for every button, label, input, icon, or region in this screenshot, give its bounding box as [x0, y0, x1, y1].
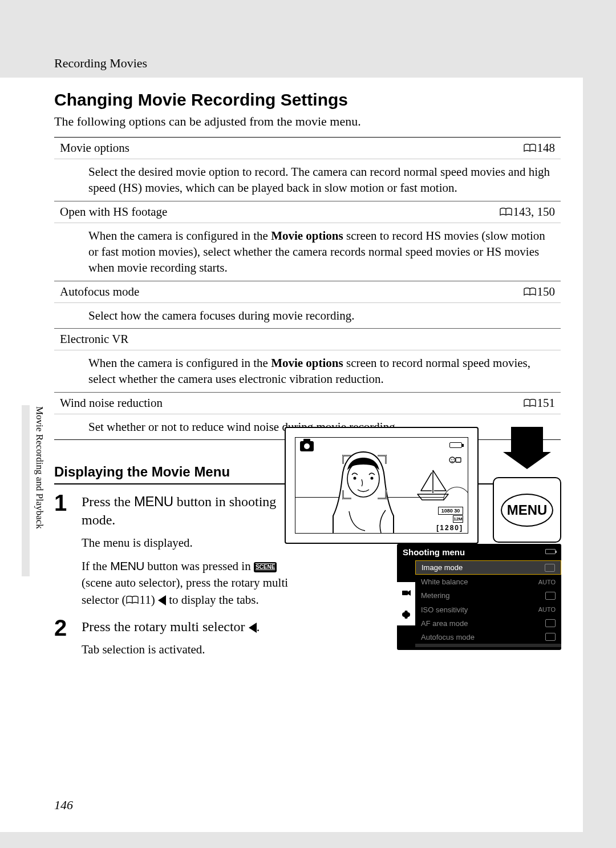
- menu-button-label: MENU: [501, 494, 553, 527]
- intro-text: The following options can be adjusted fr…: [54, 114, 561, 129]
- shooting-menu-row-label: Autofocus mode: [421, 633, 475, 641]
- step-2-title: Press the rotary multi selector .: [82, 617, 344, 636]
- shooting-menu-title: Shooting menu: [397, 544, 561, 560]
- breadcrumb: Recording Movies: [54, 56, 147, 71]
- page-ref-icon: [524, 144, 536, 152]
- shooting-menu-illustration: Shooting menu Image modeWhite balanceAUT…: [397, 544, 561, 650]
- svg-point-6: [451, 459, 452, 460]
- camera-icon: [300, 441, 314, 451]
- shooting-menu-row-label: Metering: [421, 591, 450, 600]
- battery-icon: [449, 442, 462, 448]
- svg-rect-12: [402, 591, 408, 595]
- shooting-menu-row-value: [545, 564, 555, 572]
- tab-blank: [397, 625, 415, 647]
- boat-illustration: [414, 469, 452, 503]
- side-section-label: Movie Recording and Playback: [34, 406, 45, 572]
- step-1-line2: If the MENU button was pressed in SCENE …: [82, 558, 304, 608]
- option-name: Movie options: [54, 138, 481, 159]
- svg-point-7: [453, 459, 454, 460]
- shooting-menu-row-value: AUTO: [538, 606, 556, 613]
- shooting-menu-row-value: [545, 633, 556, 641]
- shooting-menu-tabs: [397, 560, 415, 647]
- option-page-ref: 150: [481, 281, 561, 302]
- shooting-menu-row-label: Image mode: [422, 563, 463, 572]
- side-tab-marker: [22, 405, 30, 576]
- step-1-line1: The menu is displayed.: [82, 535, 304, 551]
- lcd-illustration: 1080 30 12M [1280]: [285, 427, 479, 544]
- page-ref-icon: [126, 596, 139, 604]
- battery-icon: [545, 549, 556, 554]
- option-description: When the camera is configured in the Mov…: [54, 223, 561, 281]
- shooting-menu-row: Image mode: [415, 560, 561, 575]
- page-number: 146: [54, 798, 73, 813]
- options-table: Movie options148Select the desired movie…: [54, 137, 561, 440]
- option-page-ref: 143, 150: [481, 201, 561, 223]
- step-number: 1: [54, 492, 74, 608]
- manual-page: Recording Movies Movie Recording and Pla…: [0, 16, 583, 832]
- tab-shooting: [397, 560, 415, 582]
- option-page-ref: [481, 329, 561, 350]
- tab-movie: [397, 582, 415, 604]
- option-page-ref: 151: [481, 392, 561, 414]
- shooting-menu-row: AF area mode: [415, 616, 561, 630]
- menu-button-illustration: MENU: [493, 427, 561, 544]
- step-1-title: Press the MENU button in shooting mode.: [82, 492, 304, 530]
- tab-setup: [397, 604, 415, 625]
- option-name: Open with HS footage: [54, 201, 481, 223]
- option-description: Select how the camera focuses during mov…: [54, 302, 561, 328]
- step-number: 2: [54, 617, 74, 659]
- arrow-down-icon: [511, 427, 543, 452]
- step-2-body: Tab selection is activated.: [82, 641, 344, 658]
- shooting-menu-row-label: ISO sensitivity: [421, 605, 468, 614]
- option-name: Autofocus mode: [54, 281, 481, 302]
- option-description: When the camera is configured in the Mov…: [54, 350, 561, 393]
- lcd-hd-badge: 1080 30: [438, 507, 463, 515]
- header-band: Recording Movies: [0, 16, 583, 78]
- scene-icon: SCENE: [254, 562, 277, 572]
- shooting-menu-row: White balanceAUTO: [415, 575, 561, 588]
- lcd-counter: [1280]: [436, 524, 463, 532]
- lcd-resolution-badge: 12M: [453, 515, 463, 523]
- left-arrow-icon: [158, 595, 166, 605]
- shooting-menu-row: ISO sensitivityAUTO: [415, 603, 561, 616]
- page-ref-icon: [524, 288, 536, 296]
- svg-rect-8: [456, 458, 461, 462]
- shooting-menu-list: Image modeWhite balanceAUTOMeteringISO s…: [415, 560, 561, 647]
- shooting-menu-row: Metering: [415, 588, 561, 602]
- option-description: Select the desired movie option to recor…: [54, 159, 561, 201]
- face-priority-icon: [448, 455, 462, 467]
- face-detect-frame: [342, 455, 387, 499]
- shooting-menu-row: Autofocus mode: [415, 630, 561, 644]
- page-ref-icon: [500, 208, 512, 216]
- shooting-menu-row-value: [545, 592, 556, 600]
- shooting-menu-row-label: White balance: [421, 578, 468, 586]
- shooting-menu-row-value: AUTO: [538, 579, 556, 585]
- shooting-menu-row-label: AF area mode: [421, 619, 468, 628]
- option-name: Electronic VR: [54, 329, 481, 350]
- shooting-menu-row-value: [545, 619, 556, 627]
- left-arrow-icon: [249, 623, 257, 633]
- page-title: Changing Movie Recording Settings: [54, 90, 561, 110]
- option-name: Wind noise reduction: [54, 392, 481, 414]
- menu-word: MENU: [134, 494, 173, 509]
- option-page-ref: 148: [481, 138, 561, 159]
- page-ref-icon: [524, 399, 536, 407]
